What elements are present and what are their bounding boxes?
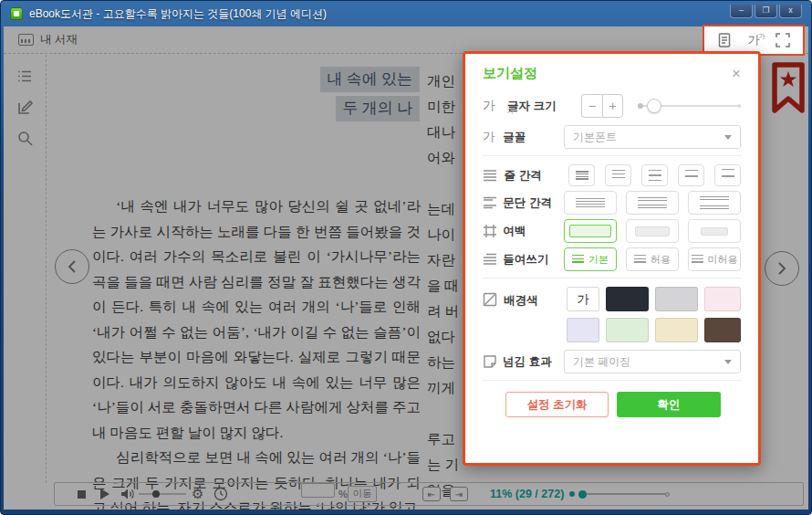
page-effect-icon [483, 354, 503, 369]
page-effect-dropdown[interactable]: 기본 페이징 [564, 350, 741, 373]
indent-option-disallow[interactable]: 미허용 [688, 247, 741, 271]
indent-option-default[interactable]: 기본 [564, 247, 617, 271]
view-settings-icon[interactable] [715, 31, 734, 49]
bg-swatch-gray[interactable] [655, 287, 698, 311]
paragraph-spacing-option-3[interactable] [688, 191, 741, 215]
font-family-icon: 가 [483, 129, 503, 145]
minimize-button[interactable]: – [730, 5, 753, 18]
paragraph-spacing-option-2[interactable] [626, 191, 679, 215]
bg-swatch-pink[interactable] [704, 287, 741, 311]
font-size-stepper: − + [581, 94, 623, 118]
font-size-icon: 가가 [483, 98, 507, 114]
paragraph-spacing-icon [483, 195, 503, 210]
close-button[interactable]: x [779, 5, 802, 18]
title-bar: eBook도서관 - 고요할수록 밝아지는 것들(100쇄 기념 에디션) – … [1, 1, 811, 26]
chevron-down-icon [724, 135, 732, 140]
background-color-label: 배경색 [504, 293, 567, 309]
app-window: eBook도서관 - 고요할수록 밝아지는 것들(100쇄 기념 에디션) – … [0, 0, 812, 515]
reset-settings-button[interactable]: 설정 초기화 [505, 392, 609, 417]
indent-icon [483, 252, 503, 267]
line-spacing-option-3[interactable] [641, 164, 668, 186]
fullscreen-icon[interactable] [774, 31, 792, 49]
font-family-label: 글꼴 [503, 130, 564, 145]
margin-option-2[interactable] [626, 219, 679, 243]
panel-title: 보기설정 [483, 65, 537, 82]
line-spacing-option-1[interactable] [568, 164, 595, 186]
margin-label: 여백 [503, 224, 564, 239]
bg-swatch-beige[interactable] [655, 318, 698, 342]
indent-label: 들여쓰기 [503, 252, 564, 268]
bg-swatch-white[interactable]: 가 [567, 287, 599, 311]
bg-swatch-green[interactable] [606, 318, 649, 342]
window-controls: – ❐ x [730, 5, 802, 18]
app-logo-icon [10, 7, 23, 20]
line-spacing-label: 줄 간격 [505, 168, 569, 184]
bg-swatch-brown[interactable] [704, 318, 741, 342]
panel-close-icon[interactable]: × [732, 66, 741, 81]
margin-icon [483, 224, 503, 238]
background-color-swatches: 가 [567, 287, 741, 342]
confirm-button[interactable]: 확인 [617, 392, 721, 417]
font-size-slider[interactable] [638, 97, 741, 115]
window-title: eBook도서관 - 고요할수록 밝아지는 것들(100쇄 기념 에디션) [29, 6, 327, 22]
line-spacing-option-5[interactable] [714, 164, 741, 186]
paragraph-spacing-label: 문단 간격 [503, 195, 564, 211]
font-size-minus-button[interactable]: − [581, 94, 602, 118]
chevron-down-icon [724, 360, 732, 364]
paragraph-spacing-option-1[interactable] [564, 191, 617, 215]
line-spacing-option-2[interactable] [605, 164, 631, 186]
font-family-dropdown[interactable]: 기본폰트 [564, 125, 741, 149]
indent-option-allow[interactable]: 허용 [626, 247, 679, 271]
line-spacing-option-4[interactable] [678, 164, 704, 186]
margin-option-1[interactable] [564, 219, 617, 243]
font-size-slider-handle[interactable] [647, 99, 661, 113]
font-size-label: 글자 크기 [507, 99, 581, 114]
bg-swatch-dark[interactable] [606, 287, 649, 311]
bg-swatch-lavender[interactable] [567, 318, 599, 342]
margin-option-3[interactable] [688, 219, 741, 243]
page-effect-label: 넘김 효과 [503, 354, 564, 370]
maximize-button[interactable]: ❐ [755, 5, 777, 18]
view-settings-panel: 보기설정 × 가가 글자 크기 − + 가 글꼴 [463, 51, 761, 466]
line-spacing-icon [483, 168, 505, 183]
font-size-plus-button[interactable]: + [602, 94, 623, 118]
background-color-icon [483, 292, 504, 307]
font-settings-icon[interactable]: 가가 [744, 31, 763, 49]
